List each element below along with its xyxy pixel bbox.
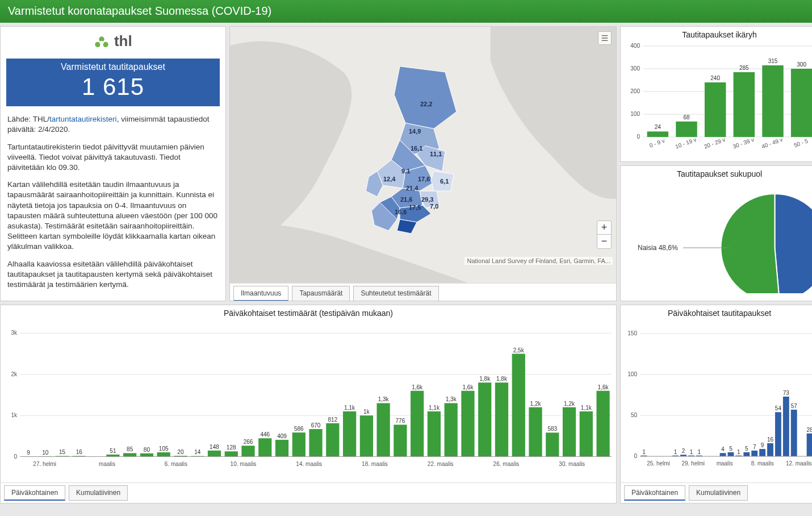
- svg-rect-27: [734, 72, 755, 137]
- svg-text:10 - 19 v: 10 - 19 v: [675, 136, 697, 150]
- svg-text:812: 812: [328, 417, 337, 423]
- svg-text:9: 9: [27, 450, 30, 456]
- svg-text:68: 68: [683, 114, 690, 120]
- svg-text:20: 20: [177, 449, 184, 455]
- svg-text:128: 128: [227, 444, 236, 451]
- svg-rect-54: [106, 455, 119, 457]
- svg-text:2k: 2k: [11, 371, 18, 377]
- svg-text:54: 54: [775, 405, 782, 411]
- svg-rect-21: [676, 122, 697, 137]
- svg-text:1,8k: 1,8k: [496, 376, 508, 382]
- svg-text:1,2k: 1,2k: [564, 401, 575, 407]
- svg-text:0: 0: [634, 453, 637, 459]
- info-p2: Tartuntatautirekisterin tiedot päivittyv…: [7, 142, 219, 173]
- tab-cases-cumulative[interactable]: Kumulatiivinen: [689, 485, 748, 501]
- age-chart-panel: Tautitapaukset ikäryh 0100200300400240 -…: [620, 26, 812, 162]
- svg-text:85: 85: [127, 446, 133, 452]
- tab-tapausmaarat[interactable]: Tapausmäärät: [292, 286, 350, 301]
- svg-rect-152: [759, 449, 765, 456]
- svg-text:4: 4: [721, 446, 725, 452]
- svg-text:1,1k: 1,1k: [344, 405, 355, 411]
- svg-rect-58: [140, 453, 153, 457]
- map-canvas[interactable]: 22,214,916,111,19,112,417,66,121,421,629…: [230, 27, 616, 283]
- tests-bar-chart: 01k2k3k910151651858010520141481282664464…: [1, 321, 616, 482]
- svg-point-2: [103, 42, 108, 47]
- svg-text:105: 105: [159, 446, 169, 452]
- brand-text: thl: [114, 32, 132, 49]
- svg-rect-84: [360, 415, 373, 456]
- svg-text:28: 28: [806, 427, 812, 433]
- gender-chart-panel: Tautitapaukset sukupuol Naisia 48,6%: [620, 165, 812, 301]
- zoom-out-button[interactable]: −: [597, 235, 611, 248]
- tab-testimaarat[interactable]: Suhteutetut testimäärät: [353, 286, 438, 301]
- svg-text:maalis: maalis: [717, 460, 733, 467]
- svg-text:7: 7: [753, 444, 756, 450]
- svg-rect-106: [546, 432, 559, 456]
- svg-text:0: 0: [14, 453, 18, 460]
- page-title: Varmistetut koronatapaukset Suomessa (CO…: [0, 0, 812, 23]
- svg-text:1: 1: [674, 449, 677, 455]
- svg-text:1,6k: 1,6k: [598, 384, 609, 390]
- svg-text:1,8k: 1,8k: [479, 376, 491, 382]
- tests-tabs: Päiväkohtainen Kumulatiivinen: [1, 482, 616, 503]
- brand-logo: thl: [1, 27, 225, 56]
- kpi-label: Varmistetut tautitapaukset: [6, 62, 220, 73]
- svg-text:2: 2: [682, 448, 685, 454]
- svg-text:57: 57: [791, 403, 798, 409]
- svg-rect-94: [445, 403, 458, 456]
- svg-text:1,1k: 1,1k: [429, 405, 440, 411]
- svg-rect-110: [580, 411, 593, 457]
- svg-text:583: 583: [547, 426, 557, 432]
- svg-text:27. helmi: 27. helmi: [33, 461, 56, 467]
- legend-icon[interactable]: [598, 31, 612, 45]
- svg-rect-90: [411, 391, 424, 457]
- kpi-value: 1 615: [6, 73, 220, 101]
- svg-rect-148: [743, 452, 750, 456]
- svg-text:1: 1: [698, 449, 701, 455]
- svg-rect-156: [775, 412, 781, 456]
- svg-text:20 - 29 v: 20 - 29 v: [703, 136, 726, 150]
- svg-text:1: 1: [642, 449, 646, 455]
- tab-ilmaantuvuus[interactable]: Ilmaantuvuus: [233, 286, 288, 301]
- svg-rect-82: [343, 411, 356, 457]
- cases-tabs: Päiväkohtainen Kumulatiivinen: [621, 482, 812, 503]
- svg-text:315: 315: [768, 58, 778, 64]
- svg-rect-162: [807, 434, 812, 456]
- svg-rect-60: [157, 452, 170, 457]
- map-attribution: National Land Survey of Finland, Esri, G…: [464, 257, 613, 265]
- clover-icon: [94, 35, 110, 53]
- svg-text:1: 1: [690, 449, 693, 455]
- source-prefix: Lähde: THL/: [7, 115, 49, 123]
- svg-text:50: 50: [631, 412, 638, 418]
- tab-cases-daily[interactable]: Päiväkohtainen: [624, 485, 685, 501]
- tab-tests-daily[interactable]: Päiväkohtainen: [4, 485, 65, 501]
- svg-text:30 - 39 v: 30 - 39 v: [732, 136, 755, 150]
- svg-rect-100: [495, 382, 508, 456]
- map-panel: 22,214,916,111,19,112,417,66,121,421,629…: [229, 26, 617, 301]
- svg-text:1,3k: 1,3k: [378, 396, 390, 402]
- svg-text:586: 586: [294, 426, 304, 432]
- svg-text:6. maalis: 6. maalis: [165, 461, 187, 467]
- tab-tests-cumulative[interactable]: Kumulatiivinen: [69, 485, 128, 501]
- svg-text:5: 5: [729, 446, 733, 452]
- svg-point-3: [100, 41, 104, 45]
- svg-rect-80: [326, 423, 339, 457]
- svg-text:73: 73: [783, 390, 790, 396]
- kpi-box: Varmistetut tautitapaukset 1 615: [6, 59, 220, 106]
- svg-text:12. maalis: 12. maalis: [786, 460, 812, 467]
- svg-rect-66: [208, 451, 221, 457]
- svg-text:400: 400: [630, 43, 640, 49]
- svg-rect-33: [791, 69, 812, 137]
- svg-text:1,2k: 1,2k: [530, 401, 542, 407]
- svg-text:14: 14: [194, 450, 201, 456]
- finland-map: [230, 27, 616, 283]
- svg-rect-160: [791, 410, 797, 456]
- svg-rect-86: [377, 403, 390, 456]
- svg-rect-158: [783, 397, 789, 456]
- source-link[interactable]: tartuntatautirekisteri: [49, 115, 117, 123]
- svg-rect-98: [478, 382, 491, 456]
- svg-text:1,3k: 1,3k: [446, 396, 457, 402]
- zoom-in-button[interactable]: +: [597, 221, 611, 235]
- svg-rect-104: [529, 407, 542, 457]
- info-p4: Alhaalla kaaviossa esitetään välilehdill…: [7, 259, 219, 290]
